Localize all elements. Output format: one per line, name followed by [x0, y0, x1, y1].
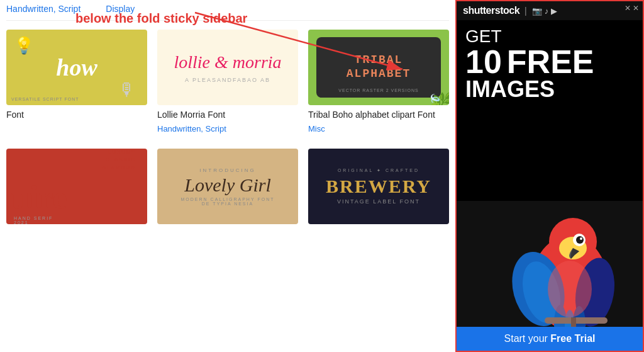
svg-point-17: [548, 261, 592, 317]
brewery-main-text: BREWERY: [326, 176, 431, 197]
annotation-label: below the fold sticky sidebar: [75, 11, 247, 26]
lamp-icon: 💡: [14, 36, 34, 55]
sidebar-ad: shutterstock | 📷 ♪ ▶ ✕ ✕ GET 10 FREE IMA…: [455, 0, 644, 352]
ad-bottom-bar[interactable]: Start your Free Trial: [457, 327, 643, 351]
lollie-sub-text: A PLEASANDFABAO AB: [174, 77, 281, 83]
ad-cta-text: Start your: [504, 333, 551, 344]
lovely-girl-text: Lovely Girl: [184, 176, 270, 195]
music-icon: ♪: [545, 6, 549, 16]
luxury-text: LUXURYCLASSICGLAMOUR: [11, 149, 142, 173]
tribal-leaf2-icon: 🍃: [426, 94, 443, 105]
font-category-lollie[interactable]: Handwritten, Script: [157, 124, 298, 133]
font-card-uire: LUXURYCLASSICGLAMOUR uire HAND SERIF2021: [6, 149, 147, 224]
font-card-brewery: ORIGINAL ✦ CRAFTED BREWERY VINTAGE LABEL…: [308, 149, 449, 224]
show-subtext: VERSATILE SCRIPT FONT: [11, 97, 79, 101]
ad-headline-row: 10 FREE: [465, 45, 634, 78]
ad-free-text: FREE: [507, 45, 594, 78]
font-name-show: Font: [6, 109, 147, 120]
camera-icon: 📷: [532, 6, 542, 16]
hand-serif-text: HAND SERIF2021: [11, 216, 142, 224]
font-preview-lollie[interactable]: lollie & morria A PLEASANDFABAO AB: [157, 30, 298, 105]
svg-rect-16: [571, 317, 576, 327]
tribal-bottom-text: VECTOR RASTER 2 VERSIONS: [338, 88, 418, 93]
ad-count-text: 10: [465, 45, 502, 78]
tribal-pillow: TRIBALALPHABET VECTOR RASTER 2 VERSIONS: [316, 37, 440, 98]
font-name-lollie: Lollie Morria Font: [157, 109, 298, 120]
font-preview-lovelygirl[interactable]: INTRODUCING Lovely Girl MODERN CALLIGRAP…: [157, 149, 298, 224]
lovely-intro-text: INTRODUCING: [199, 167, 255, 173]
svg-point-13: [576, 236, 584, 244]
font-preview-uire[interactable]: LUXURYCLASSICGLAMOUR uire HAND SERIF2021: [6, 149, 147, 224]
font-card-lollie: lollie & morria A PLEASANDFABAO AB Lolli…: [157, 30, 298, 133]
ad-main: GET 10 FREE IMAGES: [457, 20, 643, 201]
svg-point-14: [580, 237, 582, 240]
ad-images-text: IMAGES: [465, 78, 634, 101]
shutterstock-icons: 📷 ♪ ▶: [532, 6, 558, 16]
font-category-tribal[interactable]: Misc: [308, 124, 449, 133]
font-card-lovelygirl: INTRODUCING Lovely Girl MODERN CALLIGRAP…: [157, 149, 298, 224]
uire-text: uire: [11, 179, 67, 216]
font-card-tribal: TRIBALALPHABET VECTOR RASTER 2 VERSIONS …: [308, 30, 449, 133]
brewery-original-text: ORIGINAL ✦ CRAFTED: [338, 168, 419, 173]
ad-get-text: GET: [465, 28, 634, 45]
font-grid: 💡 how 🎙 VERSATILE SCRIPT FONT Font lolli…: [6, 27, 449, 224]
shutterstock-logo: shutterstock: [463, 5, 519, 16]
brewery-sub-text: VINTAGE LABEL FONT: [337, 198, 420, 205]
ad-top-bar: shutterstock | 📷 ♪ ▶ ✕ ✕: [457, 1, 643, 20]
font-preview-brewery[interactable]: ORIGINAL ✦ CRAFTED BREWERY VINTAGE LABEL…: [308, 149, 449, 224]
video-icon: ▶: [551, 6, 557, 16]
nav-link-handwritten[interactable]: Handwritten, Script: [6, 4, 80, 14]
font-card-show: 💡 how 🎙 VERSATILE SCRIPT FONT Font: [6, 30, 147, 133]
main-content: Handwritten, Script Display below the fo…: [0, 0, 455, 352]
ad-close-button[interactable]: ✕ ✕: [625, 4, 639, 13]
ad-cta-bold: Free Trial: [550, 333, 595, 344]
ad-separator: |: [525, 6, 527, 16]
font-preview-show[interactable]: 💡 how 🎙 VERSATILE SCRIPT FONT: [6, 30, 147, 105]
ad-parrot-container: [457, 201, 643, 327]
font-preview-tribal[interactable]: TRIBALALPHABET VECTOR RASTER 2 VERSIONS …: [308, 30, 449, 105]
show-text: how: [56, 54, 97, 81]
parrot-svg: [457, 201, 643, 327]
lovely-sub-text: MODERN CALLIGRAPHY FONTDE TYPIA NESIA: [181, 197, 275, 206]
mic-icon: 🎙: [118, 79, 136, 100]
lollie-main-text: lollie & morria: [174, 52, 281, 73]
tribal-title-text: TRIBALALPHABET: [347, 54, 411, 81]
font-name-tribal: Tribal Boho alphabet clipart Font: [308, 109, 449, 120]
